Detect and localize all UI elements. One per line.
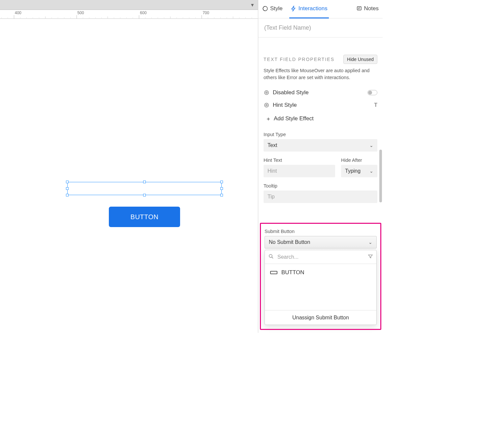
input-type-select[interactable]: Text ⌄ (264, 139, 377, 152)
input-type-value: Text (268, 142, 277, 148)
toggle-icon[interactable] (367, 90, 377, 95)
toolbar-caret-icon[interactable]: ▼ (250, 2, 255, 8)
popover-options: BUTTON (265, 264, 376, 310)
popover-search-row (265, 250, 376, 264)
popover-option-label: BUTTON (281, 269, 304, 276)
hint-text-input[interactable] (268, 168, 331, 174)
tab-interactions[interactable]: Interactions (289, 0, 329, 18)
resize-handle-se[interactable] (220, 194, 223, 196)
hide-after-value: Typing (345, 168, 361, 174)
tab-style[interactable]: Style (261, 0, 284, 18)
tooltip-input[interactable] (268, 194, 373, 200)
canvas-button-widget[interactable]: BUTTON (109, 207, 180, 227)
section-title: TEXT FIELD PROPERTIES (264, 57, 334, 62)
text-style-icon[interactable]: T (374, 102, 377, 108)
resize-handle-s[interactable] (143, 194, 146, 196)
ruler-major-label: 600 (140, 11, 146, 15)
svg-point-3 (266, 92, 268, 94)
popover-search-input[interactable] (277, 254, 364, 260)
submit-button-section: Submit Button No Submit Button ⌄ BUTTON … (260, 224, 381, 325)
svg-point-4 (265, 103, 268, 107)
scrollbar-thumb[interactable] (379, 150, 382, 202)
disabled-style-label: Disabled Style (273, 89, 309, 96)
resize-handle-w[interactable] (66, 187, 69, 190)
tab-notes[interactable]: Notes (355, 0, 380, 18)
resize-handle-n[interactable] (143, 181, 146, 183)
resize-handle-nw[interactable] (66, 181, 69, 183)
resize-handle-sw[interactable] (66, 194, 69, 196)
chevron-down-icon: ⌄ (368, 240, 372, 245)
input-type-label: Input Type (264, 132, 377, 137)
tab-interactions-label: Interactions (299, 5, 328, 12)
section-helper-text: Style Effects like MouseOver are auto ap… (264, 67, 377, 81)
chevron-down-icon: ⌄ (369, 143, 373, 148)
hint-style-row[interactable]: Hint Style T (264, 99, 377, 111)
hint-style-label: Hint Style (273, 102, 297, 108)
ruler-major-label: 700 (203, 11, 209, 15)
hint-text-input-wrap (264, 165, 335, 177)
chevron-down-icon: ⌄ (369, 168, 373, 174)
target-icon (264, 90, 269, 96)
inspector-tabs: Style Interactions Notes (258, 0, 383, 18)
add-style-effect-label: Add Style Effect (274, 115, 314, 122)
svg-point-2 (265, 91, 268, 95)
button-widget-icon (270, 271, 277, 274)
disabled-style-row[interactable]: Disabled Style (264, 86, 377, 99)
tooltip-input-wrap (264, 190, 377, 203)
search-icon (268, 253, 274, 261)
widget-name-row (258, 18, 383, 38)
filter-icon[interactable] (368, 254, 373, 260)
add-style-effect-button[interactable]: ＋ Add Style Effect (264, 111, 377, 126)
svg-rect-1 (357, 7, 361, 10)
style-icon (262, 6, 268, 12)
tooltip-label: Tooltip (264, 183, 377, 189)
widget-name-input[interactable] (264, 24, 377, 31)
unassign-submit-button[interactable]: Unassign Submit Button (265, 310, 376, 325)
submit-button-label: Submit Button (265, 229, 377, 234)
canvas-toolbar: ▼ (0, 0, 258, 10)
note-icon (356, 6, 362, 12)
design-canvas[interactable]: ▼ 400500600700 BUTTON (0, 0, 258, 333)
selected-text-field-widget[interactable] (67, 182, 222, 195)
tab-notes-label: Notes (364, 5, 379, 12)
ruler-major-label: 400 (15, 11, 21, 15)
lightning-icon (291, 6, 297, 12)
svg-point-6 (269, 254, 272, 257)
resize-handle-e[interactable] (220, 187, 223, 190)
popover-option-button[interactable]: BUTTON (265, 267, 376, 278)
horizontal-ruler: 400500600700 (0, 10, 258, 19)
target-icon (264, 102, 269, 108)
plus-icon: ＋ (266, 115, 271, 123)
submit-button-value: No Submit Button (269, 239, 310, 245)
submit-button-popover: BUTTON Unassign Submit Button (265, 250, 377, 325)
resize-handle-ne[interactable] (220, 181, 223, 183)
svg-point-5 (266, 104, 268, 106)
ruler-major-label: 500 (78, 11, 84, 15)
tab-style-label: Style (270, 5, 283, 12)
hide-unused-button[interactable]: Hide Unused (343, 55, 377, 64)
submit-button-select[interactable]: No Submit Button ⌄ (265, 236, 377, 248)
hint-text-label: Hint Text (264, 158, 335, 163)
hide-after-label: Hide After (341, 158, 377, 163)
hide-after-select[interactable]: Typing ⌄ (341, 165, 377, 177)
